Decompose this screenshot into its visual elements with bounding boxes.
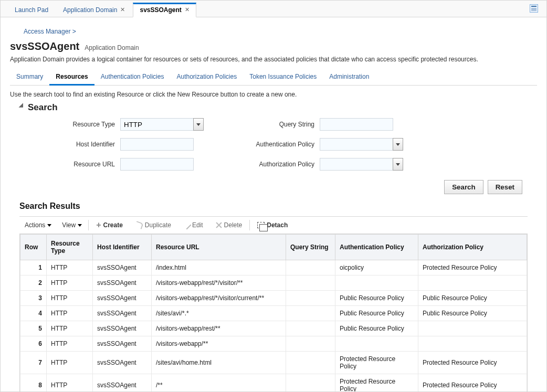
cell-query-string xyxy=(286,306,335,321)
col-query-string[interactable]: Query String xyxy=(286,235,335,260)
cell-query-string xyxy=(286,336,335,352)
delete-icon xyxy=(216,222,222,228)
cell-authz-policy: Protected Resource Policy xyxy=(418,374,527,393)
resource-url-label: Resource URL xyxy=(15,161,115,168)
table-row[interactable]: 5HTTPsvsSSOAgent/visitors-webapp/rest/**… xyxy=(20,321,527,336)
tab-token-issuance-policies[interactable]: Token Issuance Policies xyxy=(243,69,323,85)
chevron-down-icon xyxy=(78,224,82,227)
reset-button[interactable]: Reset xyxy=(488,180,522,194)
search-form: Resource Type Query String Host Identifi… xyxy=(15,118,537,171)
resource-url-input[interactable] xyxy=(120,158,194,171)
resource-type-select[interactable] xyxy=(120,118,204,131)
plus-icon: + xyxy=(96,221,101,229)
chevron-down-icon xyxy=(47,224,51,227)
cell-authz-policy xyxy=(418,276,527,291)
chevron-down-icon xyxy=(196,123,201,126)
disclosure-triangle-icon[interactable] xyxy=(19,103,26,110)
col-authn-policy[interactable]: Authentication Policy xyxy=(335,235,418,260)
cell-query-string xyxy=(286,260,335,276)
col-authz-policy[interactable]: Authorization Policy xyxy=(418,235,527,260)
dropdown-button[interactable] xyxy=(393,138,403,151)
table-row[interactable]: 8HTTPsvsSSOAgent/**Protected Resource Po… xyxy=(20,374,527,393)
cell-resource-url: /** xyxy=(152,374,286,393)
tab-resources[interactable]: Resources xyxy=(49,69,94,86)
search-button[interactable]: Search xyxy=(444,180,483,194)
delete-label: Delete xyxy=(224,221,243,229)
delete-button[interactable]: Delete xyxy=(213,220,246,230)
table-row[interactable]: 1HTTPsvsSSOAgent/index.htmloicpolicyProt… xyxy=(20,260,527,276)
close-icon[interactable]: ✕ xyxy=(120,6,125,13)
authn-policy-input[interactable] xyxy=(320,138,393,151)
tab-svsssoagent[interactable]: svsSSOAgent ✕ xyxy=(133,3,196,17)
table-row[interactable]: 3HTTPsvsSSOAgent/visitors-webapp/rest/*/… xyxy=(20,291,527,306)
tab-authentication-policies[interactable]: Authentication Policies xyxy=(94,69,171,85)
close-icon[interactable]: ✕ xyxy=(185,6,190,13)
cell-host-identifier: svsSSOAgent xyxy=(93,306,152,321)
cell-resource-type: HTTP xyxy=(47,260,93,276)
search-heading-row: Search xyxy=(22,102,537,113)
create-label: Create xyxy=(103,221,123,229)
page-title: svsSSOAgent xyxy=(10,40,79,52)
cell-row: 6 xyxy=(20,336,47,352)
dropdown-button[interactable] xyxy=(393,158,403,171)
view-menu[interactable]: View xyxy=(60,220,84,230)
cell-authn-policy: Protected Resource Policy xyxy=(335,374,418,393)
results-heading: Search Results xyxy=(19,202,537,211)
table-row[interactable]: 2HTTPsvsSSOAgent/visitors-webapp/rest/*/… xyxy=(20,276,527,291)
toolbar-separator xyxy=(249,220,250,230)
cell-host-identifier: svsSSOAgent xyxy=(93,352,152,374)
actions-label: Actions xyxy=(25,221,45,229)
tab-launch-pad[interactable]: Launch Pad xyxy=(8,3,55,17)
cell-row: 1 xyxy=(20,260,47,276)
duplicate-label: Duplicate xyxy=(145,221,171,229)
cell-row: 5 xyxy=(20,321,47,336)
cell-authn-policy xyxy=(335,276,418,291)
col-resource-url[interactable]: Resource URL xyxy=(152,235,286,260)
app-frame: Launch Pad Application Domain ✕ svsSSOAg… xyxy=(0,0,547,392)
edit-button[interactable]: Edit xyxy=(181,220,206,230)
cell-resource-url: /visitors-webapp/rest/** xyxy=(152,321,286,336)
authn-policy-select[interactable] xyxy=(320,138,404,151)
detach-label: Detach xyxy=(267,221,288,229)
duplicate-button[interactable]: Duplicate xyxy=(132,220,174,230)
chevron-down-icon xyxy=(396,143,400,146)
page-subtitle: Application Domain xyxy=(85,44,139,51)
results-toolbar: Actions View + Create Duplicate Edit xyxy=(19,216,528,234)
host-identifier-input[interactable] xyxy=(120,138,194,151)
cell-resource-type: HTTP xyxy=(47,336,93,352)
cell-authn-policy: oicpolicy xyxy=(335,260,418,276)
table-row[interactable]: 4HTTPsvsSSOAgent/sites/avi/*.*Public Res… xyxy=(20,306,527,321)
restore-window-icon[interactable] xyxy=(530,4,538,13)
detach-button[interactable]: Detach xyxy=(254,220,291,230)
view-label: View xyxy=(62,221,76,229)
authz-policy-select[interactable] xyxy=(320,158,404,171)
search-button-row: Search Reset xyxy=(10,171,537,199)
chevron-down-icon xyxy=(396,163,400,166)
cell-row: 4 xyxy=(20,306,47,321)
cell-authz-policy: Protected Resource Policy xyxy=(418,260,527,276)
table-row[interactable]: 7HTTPsvsSSOAgent/sites/avi/home.htmlProt… xyxy=(20,352,527,374)
cell-host-identifier: svsSSOAgent xyxy=(93,374,152,393)
table-row[interactable]: 6HTTPsvsSSOAgent/visitors-webapp/** xyxy=(20,336,527,352)
actions-menu[interactable]: Actions xyxy=(23,220,54,230)
create-button[interactable]: + Create xyxy=(93,220,126,230)
breadcrumb[interactable]: Access Manager > xyxy=(10,24,537,40)
cell-authz-policy xyxy=(418,336,527,352)
resource-type-input[interactable] xyxy=(120,118,194,131)
tab-administration[interactable]: Administration xyxy=(323,69,375,85)
cell-host-identifier: svsSSOAgent xyxy=(93,260,152,276)
cell-authz-policy: Public Resource Policy xyxy=(418,291,527,306)
col-host-identifier[interactable]: Host Identifier xyxy=(93,235,152,260)
cell-authn-policy xyxy=(335,336,418,352)
authn-policy-label: Authentication Policy xyxy=(209,141,314,148)
cell-authz-policy: Public Resource Policy xyxy=(418,306,527,321)
authz-policy-input[interactable] xyxy=(320,158,393,171)
dropdown-button[interactable] xyxy=(193,118,204,131)
tab-authorization-policies[interactable]: Authorization Policies xyxy=(170,69,243,85)
cell-resource-type: HTTP xyxy=(47,276,93,291)
query-string-input[interactable] xyxy=(320,118,393,131)
col-resource-type[interactable]: Resource Type xyxy=(47,235,93,260)
tab-application-domain[interactable]: Application Domain ✕ xyxy=(56,3,132,17)
col-row[interactable]: Row xyxy=(20,235,47,260)
tab-summary[interactable]: Summary xyxy=(10,69,49,85)
